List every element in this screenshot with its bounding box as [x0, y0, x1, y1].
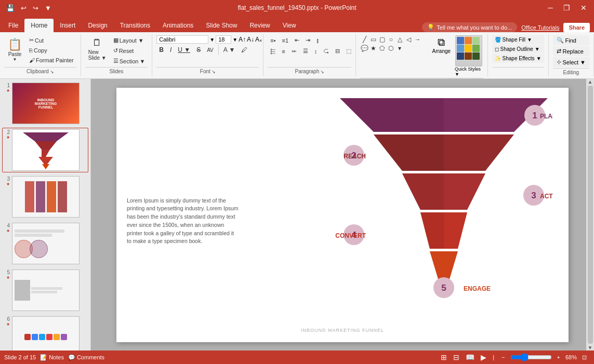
share-button[interactable]: Share	[563, 23, 590, 32]
font-expand-icon[interactable]: ↘	[212, 69, 216, 74]
kerning-button[interactable]: AV	[204, 46, 216, 55]
new-slide-button[interactable]: 🗒 NewSlide ▼	[85, 35, 110, 63]
font-dropdown-icon[interactable]: ▼	[209, 37, 215, 43]
body-text[interactable]: Lorem Ipsum is simply dummy text of the …	[127, 197, 239, 246]
size-dropdown-icon[interactable]: ▼	[232, 37, 237, 43]
strikethrough-button[interactable]: S	[194, 45, 203, 55]
circle-shape[interactable]: ○	[387, 35, 395, 44]
zoom-slider[interactable]	[510, 353, 552, 361]
clipboard-expand-icon[interactable]: ↘	[50, 69, 54, 74]
slide-thumb-3[interactable]: 3 ★	[2, 174, 88, 219]
justify-button[interactable]: ☰	[300, 46, 311, 56]
tab-design[interactable]: Design	[82, 19, 113, 32]
slide-thumb-5[interactable]: 5 ★	[2, 268, 88, 313]
rect-shape[interactable]: ▭	[369, 35, 377, 44]
line-spacing-button[interactable]: ↕	[312, 47, 320, 56]
slide-thumb-1[interactable]: 1 ★ INBOUNDMARKETINGFUNNEL	[2, 81, 88, 126]
customize-button[interactable]: ▼	[43, 3, 54, 13]
tab-insert[interactable]: Insert	[54, 19, 82, 32]
bullets-button[interactable]: ≡•	[268, 36, 278, 45]
notes-button[interactable]: 📝 Notes	[40, 354, 64, 361]
tab-slideshow[interactable]: Slide Show	[200, 19, 243, 32]
quick-styles-button[interactable]	[455, 35, 482, 66]
reading-view-button[interactable]: 📖	[464, 352, 477, 362]
clear-format-button[interactable]: Aₓ	[255, 36, 262, 43]
italic-button[interactable]: I	[167, 45, 174, 55]
undo-button[interactable]: ↩	[19, 3, 29, 13]
align-text-button[interactable]: ⊟	[333, 46, 342, 56]
layout-button[interactable]: ▦ Layout ▼	[111, 35, 148, 45]
align-center-button[interactable]: ≡	[279, 47, 287, 56]
shape-fill-button[interactable]: 🪣 Shape Fill ▼	[492, 35, 544, 44]
minimize-button[interactable]: ─	[545, 3, 556, 13]
zoom-in-button[interactable]: +	[554, 353, 563, 361]
tab-home[interactable]: Home	[24, 19, 54, 32]
text-highlight-button[interactable]: 🖊	[239, 45, 250, 55]
tab-file[interactable]: File	[2, 19, 24, 32]
cut-button[interactable]: ✂ Cut	[27, 35, 76, 45]
comments-button[interactable]: 💬 Comments	[68, 354, 104, 361]
bold-button[interactable]: B	[156, 45, 166, 55]
triangle-shape[interactable]: △	[395, 35, 404, 44]
replace-button[interactable]: ⇄ Replace	[553, 46, 589, 56]
slide-content[interactable]: Lorem Ipsum is simply dummy text of the …	[116, 88, 569, 342]
tab-review[interactable]: Review	[243, 19, 276, 32]
redo-button[interactable]: ↪	[31, 3, 41, 13]
underline-button[interactable]: U ▼	[175, 45, 193, 55]
slide-thumb-4[interactable]: 4 ★	[2, 221, 88, 266]
close-button[interactable]: ✕	[577, 3, 590, 13]
zoom-out-button[interactable]: −	[498, 353, 508, 361]
normal-view-button[interactable]: ⊞	[439, 352, 449, 362]
increase-font-button[interactable]: A↑	[239, 36, 246, 43]
section-button[interactable]: ☰ Section ▼	[111, 56, 148, 66]
slide-thumb-2[interactable]: 2 ★	[2, 128, 88, 172]
find-button[interactable]: 🔍 Find	[553, 35, 589, 45]
copy-button[interactable]: ⎘ Copy	[27, 46, 76, 55]
select-button[interactable]: ⊹ Select ▼	[553, 57, 589, 67]
decrease-indent-button[interactable]: ⇤	[292, 35, 302, 45]
rounded-rect-shape[interactable]: ▢	[378, 35, 386, 44]
tell-me-box[interactable]: 💡 Tell me what you want to do...	[422, 22, 517, 32]
pentagon-shape[interactable]: ⬠	[378, 44, 386, 52]
text-direction-button[interactable]: ⮎	[321, 47, 332, 56]
slide-panel[interactable]: 1 ★ INBOUNDMARKETINGFUNNEL 2 ★	[0, 79, 91, 350]
office-tutorials-link[interactable]: Office Tutorials	[521, 24, 559, 31]
scroll-up-canvas[interactable]: ▲	[588, 79, 593, 85]
star-shape[interactable]: ★	[369, 44, 377, 52]
fit-slide-button[interactable]: ⊡	[579, 353, 590, 362]
font-size-input[interactable]	[216, 35, 231, 44]
reset-button[interactable]: ↺ Reset	[111, 46, 148, 56]
shape-effects-button[interactable]: ✨ Shape Effects ▼	[492, 54, 544, 63]
vertical-scrollbar[interactable]: ▲ ▼	[586, 79, 594, 350]
slideshow-button[interactable]: ▶	[479, 352, 489, 362]
increase-indent-button[interactable]: ⇥	[303, 35, 313, 45]
shape-outline-button[interactable]: ◻ Shape Outline ▼	[492, 45, 544, 53]
numbering-button[interactable]: ≡1	[280, 36, 292, 45]
line-shape[interactable]: ╱	[360, 35, 368, 44]
tab-transitions[interactable]: Transitions	[114, 19, 156, 32]
arrange-button[interactable]: ⧉ Arrange	[429, 35, 454, 55]
tab-animations[interactable]: Animations	[156, 19, 200, 32]
format-painter-button[interactable]: 🖌 Format Painter	[27, 56, 76, 65]
rtriangle-shape[interactable]: ◁	[404, 35, 413, 44]
restore-button[interactable]: ❐	[560, 3, 573, 13]
font-name-input[interactable]	[156, 35, 208, 44]
arrow-shape[interactable]: →	[413, 35, 421, 44]
align-left-button[interactable]: ⬱	[268, 46, 278, 56]
paragraph-expand-icon[interactable]: ↘	[320, 69, 324, 74]
columns-button[interactable]: ⫿	[314, 36, 322, 45]
slide-sorter-button[interactable]: ⊟	[451, 352, 461, 362]
tab-view[interactable]: View	[276, 19, 302, 32]
font-color-button[interactable]: A ▼	[221, 45, 238, 55]
callout-shape[interactable]: 💬	[360, 44, 368, 52]
slide-thumb-6[interactable]: 6 ★	[2, 315, 88, 350]
more-shapes[interactable]: ▾	[395, 44, 404, 52]
scroll-down-canvas[interactable]: ▼	[588, 345, 593, 350]
align-right-button[interactable]: ⬰	[289, 46, 299, 56]
decrease-font-button[interactable]: A↓	[247, 36, 254, 43]
hex-shape[interactable]: ⬡	[387, 44, 395, 52]
paste-button[interactable]: 📋 Paste ▼	[4, 35, 25, 65]
smartart-button[interactable]: ⬚	[344, 46, 354, 56]
scroll-thumb[interactable]	[588, 86, 593, 344]
save-button[interactable]: 💾	[4, 3, 17, 13]
